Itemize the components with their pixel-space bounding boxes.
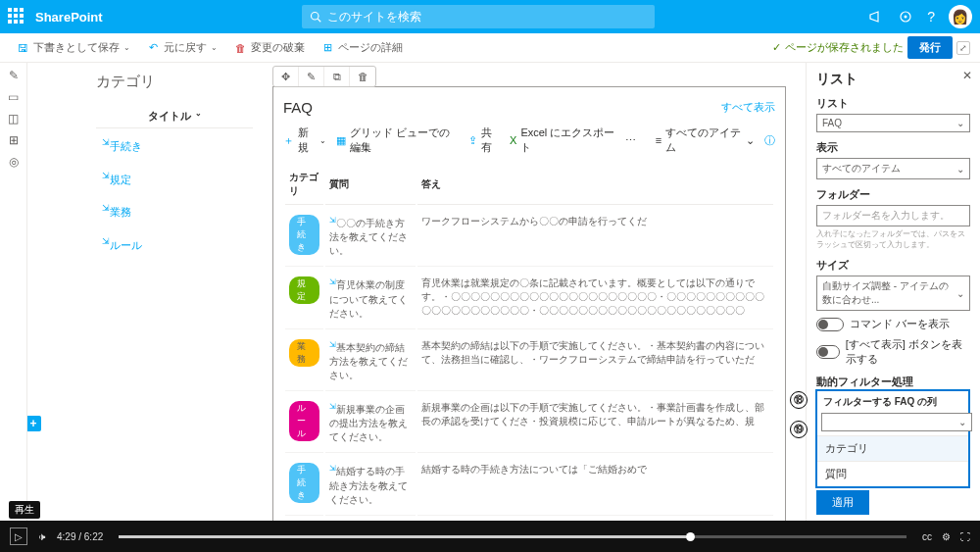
rail-icon-2[interactable]: ▭ bbox=[8, 90, 19, 104]
col-category[interactable]: カテゴリ bbox=[285, 165, 323, 205]
undo-button[interactable]: ↶元に戻す⌄ bbox=[140, 38, 223, 57]
move-icon[interactable]: ✥ bbox=[273, 67, 299, 86]
cmdbar-toggle[interactable]: コマンド バーを表示 bbox=[816, 317, 970, 331]
property-pane: ✕ リスト リスト FAQ⌄ 表示 すべてのアイテム⌄ フォルダー フォルダー名… bbox=[806, 63, 980, 521]
details-icon: ⊞ bbox=[320, 41, 334, 55]
search-placeholder: このサイトを検索 bbox=[327, 9, 421, 25]
play-button[interactable]: ▷ bbox=[10, 527, 27, 545]
close-pane-button[interactable]: ✕ bbox=[962, 69, 972, 82]
viewall-toggle[interactable]: [すべて表示] ボタンを表示する bbox=[816, 337, 970, 367]
list-select[interactable]: FAQ⌄ bbox=[816, 114, 970, 132]
info-icon[interactable]: ⓘ bbox=[764, 133, 775, 148]
svg-line-1 bbox=[318, 19, 321, 22]
audio-icon[interactable]: 🕩 bbox=[37, 531, 47, 542]
brand: SharePoint bbox=[35, 10, 103, 25]
add-section-button[interactable]: + bbox=[27, 416, 41, 431]
size-label: サイズ bbox=[816, 258, 970, 273]
save-draft-button[interactable]: 🖫下書きとして保存⌄ bbox=[10, 38, 136, 57]
search-input[interactable]: このサイトを検索 bbox=[302, 5, 655, 28]
table-row[interactable]: 規定⇲育児休業の制度について教えてください。育児休業は就業規定の〇条に記載されて… bbox=[285, 269, 773, 328]
size-select[interactable]: 自動サイズ調整 - アイテムの数に合わせ...⌄ bbox=[816, 276, 970, 311]
category-item[interactable]: ⇲手続き bbox=[96, 128, 253, 162]
edit-icon[interactable]: ✎ bbox=[299, 67, 324, 86]
suite-bar: SharePoint このサイトを検索 ? 👩 bbox=[0, 0, 980, 33]
discard-button[interactable]: 🗑変更の破棄 bbox=[227, 38, 311, 57]
category-item[interactable]: ⇲ルール bbox=[96, 227, 253, 261]
left-rail: ✎ ▭ ◫ ⊞ ◎ bbox=[0, 63, 27, 521]
publish-button[interactable]: 発行 bbox=[907, 36, 953, 59]
filter-option-question[interactable]: 質問 bbox=[817, 461, 968, 486]
save-icon: 🖫 bbox=[16, 41, 29, 55]
folder-input[interactable]: フォルダー名を入力します。 bbox=[816, 205, 970, 226]
pane-title: リスト bbox=[816, 71, 970, 88]
expand-button[interactable]: ⤢ bbox=[956, 41, 970, 55]
list-toolbar: ＋新規⌄ ▦グリッド ビューでの編集 ⇪共有 XExcel にエクスポート ⋯ … bbox=[283, 125, 775, 155]
filter-column-dropdown: フィルターする FAQ の列 ⌄ カテゴリ 質問 bbox=[815, 389, 970, 488]
callout-18: ⑱ bbox=[790, 391, 808, 409]
folder-hint: 入れ子になったフォルダーでは、パスをスラッシュで区切って入力します。 bbox=[816, 228, 970, 250]
search-icon bbox=[310, 11, 321, 23]
command-bar: 🖫下書きとして保存⌄ ↶元に戻す⌄ 🗑変更の破棄 ⊞ページの詳細 ✓ページが保存… bbox=[0, 33, 980, 63]
avatar[interactable]: 👩 bbox=[949, 5, 972, 28]
video-time: 4:29 / 6:22 bbox=[57, 531, 103, 542]
app-launcher-icon[interactable] bbox=[8, 8, 25, 25]
rail-icon-5[interactable]: ◎ bbox=[9, 155, 19, 169]
view-select[interactable]: すべてのアイテム⌄ bbox=[816, 158, 970, 179]
faq-title: FAQ bbox=[283, 99, 313, 116]
trash-icon: 🗑 bbox=[233, 41, 247, 55]
copy-icon[interactable]: ⧉ bbox=[324, 67, 350, 86]
canvas: + カテゴリ タイトル ⌄ ⇲手続き ⇲規定 ⇲業務 ⇲ルール ✥ ✎ ⧉ bbox=[27, 63, 806, 521]
help-icon[interactable]: ? bbox=[927, 9, 935, 25]
megaphone-icon[interactable] bbox=[868, 9, 884, 25]
seek-bar[interactable] bbox=[119, 535, 906, 538]
col-question[interactable]: 質問 bbox=[325, 165, 416, 205]
callout-19: ⑲ bbox=[790, 421, 808, 438]
undo-icon: ↶ bbox=[146, 41, 160, 55]
category-header[interactable]: タイトル ⌄ bbox=[96, 105, 253, 128]
check-icon: ✓ bbox=[772, 41, 781, 54]
filter-col-select[interactable]: ⌄ bbox=[821, 413, 972, 431]
excel-button[interactable]: XExcel にエクスポート bbox=[510, 125, 615, 155]
saved-status: ✓ページが保存されました bbox=[772, 40, 904, 55]
col-answer[interactable]: 答え bbox=[417, 165, 773, 205]
apply-button[interactable]: 適用 bbox=[816, 490, 869, 515]
faq-webpart[interactable]: ✥ ✎ ⧉ 🗑 FAQ すべて表示 ＋新規⌄ ▦グリッド ビューでの編集 ⇪共有… bbox=[272, 86, 786, 521]
replay-badge: 再生 bbox=[9, 501, 40, 519]
rail-icon-1[interactable]: ✎ bbox=[9, 69, 19, 82]
delete-icon[interactable]: 🗑 bbox=[350, 67, 375, 86]
cc-icon[interactable]: cc bbox=[922, 531, 932, 542]
grid-edit-button[interactable]: ▦グリッド ビューでの編集 bbox=[336, 125, 460, 155]
category-part-title: カテゴリ bbox=[96, 73, 253, 91]
new-button[interactable]: ＋新規⌄ bbox=[283, 125, 326, 155]
webpart-toolbar: ✥ ✎ ⧉ 🗑 bbox=[272, 66, 376, 87]
table-row[interactable]: 手続き⇲結婚する時の手続き方法を教えてください。結婚する時の手続き方法については… bbox=[285, 455, 773, 515]
page-details-button[interactable]: ⊞ページの詳細 bbox=[315, 38, 409, 57]
view-selector[interactable]: ≡ すべてのアイテム ⌄ bbox=[656, 125, 755, 155]
faq-table: カテゴリ質問答え 手続き⇲〇〇の手続き方法を教えてください。ワークフローシステム… bbox=[283, 163, 775, 518]
table-row[interactable]: ルール⇲新規事業の企画の提出方法を教えてください。新規事業の企画は以下の手順で実… bbox=[285, 393, 773, 453]
view-label: 表示 bbox=[816, 140, 970, 155]
settings-icon[interactable]: ⚙ bbox=[942, 531, 951, 542]
svg-point-0 bbox=[312, 13, 319, 21]
filter-col-label: フィルターする FAQ の列 bbox=[817, 391, 968, 413]
gear-icon[interactable] bbox=[898, 9, 913, 25]
more-button[interactable]: ⋯ bbox=[625, 134, 636, 147]
dynfilter-label: 動的フィルター処理 bbox=[816, 375, 970, 389]
rail-icon-3[interactable]: ◫ bbox=[8, 112, 19, 125]
video-controls: ▷ 🕩 4:29 / 6:22 cc ⚙ ⛶ bbox=[0, 521, 980, 552]
folder-label: フォルダー bbox=[816, 187, 970, 202]
share-button[interactable]: ⇪共有 bbox=[468, 125, 500, 155]
svg-point-3 bbox=[905, 16, 907, 19]
fullscreen-icon[interactable]: ⛶ bbox=[960, 531, 970, 542]
table-row[interactable]: 手続き⇲〇〇の手続き方法を教えてください。ワークフローシステムから〇〇の申請を行… bbox=[285, 207, 773, 267]
list-label: リスト bbox=[816, 96, 970, 111]
rail-icon-4[interactable]: ⊞ bbox=[9, 133, 19, 147]
category-item[interactable]: ⇲業務 bbox=[96, 194, 253, 227]
category-item[interactable]: ⇲規定 bbox=[96, 162, 253, 195]
view-all-link[interactable]: すべて表示 bbox=[721, 100, 775, 115]
filter-option-category[interactable]: カテゴリ bbox=[817, 435, 968, 461]
table-row[interactable]: 業務⇲基本契約の締結方法を教えてください。基本契約の締結は以下の手順で実施してく… bbox=[285, 331, 773, 391]
